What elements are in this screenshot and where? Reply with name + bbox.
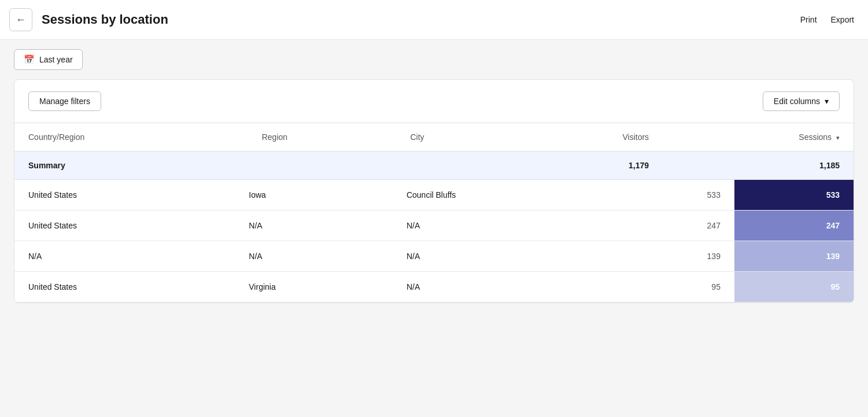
sort-arrow-icon: ▾ (836, 134, 840, 142)
col-header-city: City (396, 123, 512, 152)
cell-sessions: 247 (734, 211, 854, 241)
header-left: ← Sessions by location (9, 8, 168, 31)
table-row: N/AN/AN/A139139 (14, 241, 854, 272)
cell-region: N/A (235, 241, 393, 272)
summary-visitors: 1,179 (512, 152, 663, 180)
toolbar: 📅 Last year (0, 40, 868, 79)
header-right: Print Export (800, 15, 854, 24)
table-row: United StatesIowaCouncil Bluffs533533 (14, 180, 854, 211)
cell-sessions: 95 (734, 272, 854, 302)
export-button[interactable]: Export (831, 15, 854, 24)
summary-row: Summary 1,179 1,185 (14, 152, 854, 180)
calendar-icon: 📅 (24, 54, 35, 65)
cell-region: Iowa (235, 180, 393, 211)
cell-region: Virginia (235, 272, 393, 302)
cell-region: N/A (235, 211, 393, 241)
cell-country: United States (14, 180, 235, 211)
chevron-down-icon: ▾ (825, 97, 829, 106)
summary-label: Summary (14, 152, 512, 180)
cell-visitors: 533 (615, 180, 734, 211)
summary-sessions: 1,185 (663, 152, 854, 180)
back-button[interactable]: ← (9, 8, 32, 31)
col-header-country: Country/Region (14, 123, 248, 152)
date-filter-button[interactable]: 📅 Last year (14, 49, 83, 70)
table-row: United StatesVirginiaN/A9595 (14, 272, 854, 302)
cell-country: United States (14, 211, 235, 241)
cell-city: N/A (393, 211, 615, 241)
cell-visitors: 247 (615, 211, 734, 241)
col-header-region: Region (248, 123, 397, 152)
cell-city: Council Bluffs (393, 180, 615, 211)
cell-country: N/A (14, 241, 235, 272)
cell-visitors: 95 (615, 272, 734, 302)
main-card: Manage filters Edit columns ▾ Country/Re… (14, 79, 854, 303)
col-header-sessions[interactable]: Sessions ▾ (663, 123, 854, 152)
date-filter-label: Last year (39, 55, 73, 64)
edit-columns-label: Edit columns (774, 97, 820, 106)
cell-visitors: 139 (615, 241, 734, 272)
manage-filters-button[interactable]: Manage filters (28, 91, 101, 111)
table-row: United StatesN/AN/A247247 (14, 211, 854, 241)
page-header: ← Sessions by location Print Export (0, 0, 868, 40)
cell-country: United States (14, 272, 235, 302)
cell-city: N/A (393, 272, 615, 302)
print-button[interactable]: Print (800, 15, 817, 24)
table-header-row: Country/Region Region City Visitors Sess… (14, 123, 854, 152)
cell-sessions: 533 (734, 180, 854, 211)
cell-city: N/A (393, 241, 615, 272)
data-table: Country/Region Region City Visitors Sess… (14, 123, 854, 302)
cell-sessions: 139 (734, 241, 854, 272)
card-toolbar: Manage filters Edit columns ▾ (14, 80, 854, 123)
back-icon: ← (16, 14, 26, 26)
page-title: Sessions by location (42, 12, 168, 27)
edit-columns-button[interactable]: Edit columns ▾ (763, 91, 840, 111)
col-header-visitors: Visitors (512, 123, 663, 152)
